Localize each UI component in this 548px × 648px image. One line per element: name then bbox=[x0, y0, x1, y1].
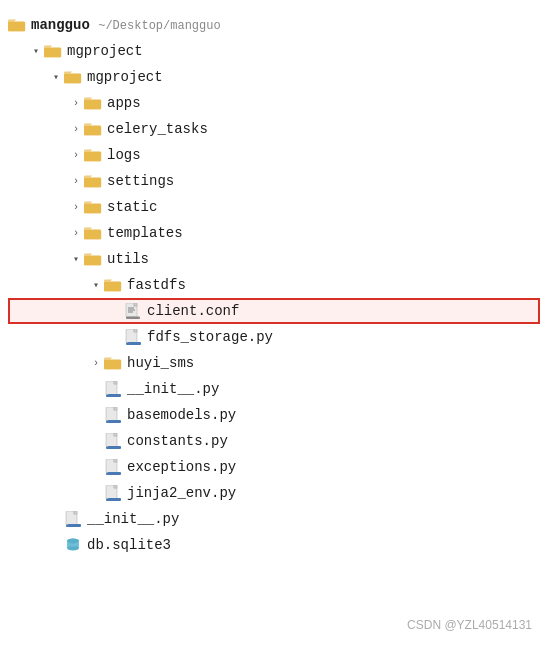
svg-rect-79 bbox=[74, 511, 77, 514]
tree-item-label: client.conf bbox=[147, 303, 239, 319]
root-folder-icon bbox=[8, 18, 26, 32]
tree-item-label: settings bbox=[107, 173, 174, 189]
db-file-icon bbox=[64, 537, 82, 553]
tree-item-exceptions[interactable]: py exceptions.py bbox=[8, 454, 540, 480]
svg-rect-73 bbox=[106, 499, 120, 502]
svg-rect-35 bbox=[134, 329, 137, 332]
tree-item-label: __init__.py bbox=[87, 511, 179, 527]
tree-item-db-sqlite3[interactable]: db.sqlite3 bbox=[8, 532, 540, 558]
svg-rect-59 bbox=[106, 447, 120, 450]
tree-chevron[interactable] bbox=[88, 355, 104, 371]
tree-chevron[interactable] bbox=[68, 121, 84, 137]
py-file-icon: py bbox=[104, 485, 122, 501]
tree-item-huyi_sms[interactable]: huyi_sms bbox=[8, 350, 540, 376]
tree-item-settings[interactable]: settings bbox=[8, 168, 540, 194]
folder-icon bbox=[84, 226, 102, 240]
tree-chevron[interactable] bbox=[88, 277, 104, 293]
py-file-icon: py bbox=[124, 329, 142, 345]
folder-icon bbox=[64, 70, 82, 84]
tree-chevron[interactable] bbox=[48, 69, 64, 85]
tree-item-label: templates bbox=[107, 225, 183, 241]
svg-rect-7 bbox=[84, 100, 101, 109]
tree-item-fdfs-storage[interactable]: py fdfs_storage.py bbox=[8, 324, 540, 350]
tree-item-label: huyi_sms bbox=[127, 355, 194, 371]
tree-item-mgproject-1[interactable]: mgproject bbox=[8, 38, 540, 64]
tree-item-label: mgproject bbox=[87, 69, 163, 85]
svg-rect-44 bbox=[114, 381, 117, 384]
tree-item-utils[interactable]: utils bbox=[8, 246, 540, 272]
tree-item-label: constants.py bbox=[127, 433, 228, 449]
tree-item-apps[interactable]: apps bbox=[8, 90, 540, 116]
svg-rect-21 bbox=[104, 282, 121, 291]
tree-item-label: __init__.py bbox=[127, 381, 219, 397]
tree-item-static[interactable]: static bbox=[8, 194, 540, 220]
tree-item-label: apps bbox=[107, 95, 141, 111]
svg-rect-51 bbox=[114, 407, 117, 410]
tree-item-mgproject-2[interactable]: mgproject bbox=[8, 64, 540, 90]
svg-rect-45 bbox=[106, 395, 120, 398]
tree-item-label: db.sqlite3 bbox=[87, 537, 171, 553]
folder-icon bbox=[84, 252, 102, 266]
tree-item-init-py-root[interactable]: py __init__.py bbox=[8, 506, 540, 532]
folder-icon bbox=[104, 356, 122, 370]
svg-rect-65 bbox=[114, 459, 117, 462]
folder-icon bbox=[84, 200, 102, 214]
tree-chevron[interactable] bbox=[68, 225, 84, 241]
svg-rect-17 bbox=[84, 230, 101, 239]
svg-rect-66 bbox=[106, 473, 120, 476]
tree-item-init-py-utils[interactable]: py __init__.py bbox=[8, 376, 540, 402]
svg-rect-11 bbox=[84, 152, 101, 161]
tree-item-label: utils bbox=[107, 251, 149, 267]
svg-rect-80 bbox=[66, 525, 80, 528]
tree-item-templates[interactable]: templates bbox=[8, 220, 540, 246]
tree-item-label: mgproject bbox=[67, 43, 143, 59]
tree-chevron[interactable] bbox=[68, 251, 84, 267]
tree-item-label: mangguo ~/Desktop/mangguo bbox=[31, 17, 221, 33]
svg-rect-19 bbox=[84, 256, 101, 265]
folder-icon bbox=[84, 148, 102, 162]
tree-item-constants[interactable]: py constants.py bbox=[8, 428, 540, 454]
tree-item-fastdfs[interactable]: fastdfs bbox=[8, 272, 540, 298]
watermark: CSDN @YZL40514131 bbox=[407, 618, 532, 632]
tree-item-mangguo-root[interactable]: mangguo ~/Desktop/mangguo bbox=[8, 12, 540, 38]
tree-chevron[interactable] bbox=[68, 173, 84, 189]
folder-icon bbox=[104, 278, 122, 292]
tree-chevron[interactable] bbox=[68, 147, 84, 163]
svg-rect-26 bbox=[126, 317, 140, 320]
tree-item-label: basemodels.py bbox=[127, 407, 236, 423]
tree-item-jinja2-env[interactable]: py jinja2_env.py bbox=[8, 480, 540, 506]
tree-chevron[interactable] bbox=[68, 95, 84, 111]
py-file-icon: py bbox=[104, 433, 122, 449]
py-file-icon: py bbox=[104, 459, 122, 475]
tree-item-logs[interactable]: logs bbox=[8, 142, 540, 168]
tree-item-label: exceptions.py bbox=[127, 459, 236, 475]
svg-point-85 bbox=[67, 539, 79, 544]
tree-item-label: fastdfs bbox=[127, 277, 186, 293]
folder-icon bbox=[44, 44, 62, 58]
tree-chevron[interactable] bbox=[68, 199, 84, 215]
svg-rect-3 bbox=[44, 48, 61, 57]
svg-rect-38 bbox=[104, 360, 121, 369]
svg-rect-1 bbox=[8, 22, 25, 31]
py-file-icon: py bbox=[64, 511, 82, 527]
svg-rect-58 bbox=[114, 433, 117, 436]
file-tree: mangguo ~/Desktop/mangguo mgproject mgpr… bbox=[0, 0, 548, 570]
tree-chevron[interactable] bbox=[28, 43, 44, 59]
tree-item-label: logs bbox=[107, 147, 141, 163]
svg-rect-23 bbox=[134, 303, 137, 306]
conf-file-icon bbox=[124, 303, 142, 319]
svg-rect-13 bbox=[84, 178, 101, 187]
tree-item-label: celery_tasks bbox=[107, 121, 208, 137]
tree-item-celery_tasks[interactable]: celery_tasks bbox=[8, 116, 540, 142]
py-file-icon: py bbox=[104, 407, 122, 423]
tree-item-label: fdfs_storage.py bbox=[147, 329, 273, 345]
tree-item-label: static bbox=[107, 199, 157, 215]
svg-rect-15 bbox=[84, 204, 101, 213]
folder-icon bbox=[84, 174, 102, 188]
tree-item-client-conf[interactable]: client.conf bbox=[8, 298, 540, 324]
svg-rect-5 bbox=[64, 74, 81, 83]
folder-icon bbox=[84, 96, 102, 110]
tree-item-basemodels[interactable]: py basemodels.py bbox=[8, 402, 540, 428]
svg-rect-72 bbox=[114, 485, 117, 488]
folder-icon bbox=[84, 122, 102, 136]
